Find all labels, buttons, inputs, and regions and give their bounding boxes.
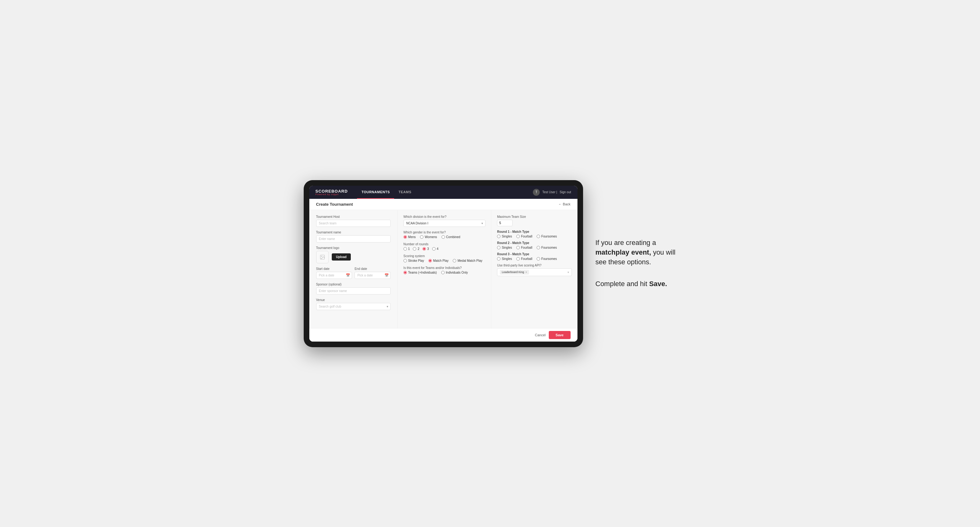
outer-wrapper: SCOREBOARD Powered by clippit TOURNAMENT… bbox=[272, 180, 708, 347]
venue-label: Venue bbox=[316, 298, 391, 302]
round2-foursomes[interactable]: Foursomes bbox=[537, 246, 557, 249]
scoring-match[interactable]: Match Play bbox=[428, 259, 449, 262]
event-individuals-radio[interactable] bbox=[441, 271, 445, 274]
tablet-frame: SCOREBOARD Powered by clippit TOURNAMENT… bbox=[304, 180, 583, 347]
scoring-medal-label: Medal Match Play bbox=[457, 259, 482, 262]
gender-combined-radio[interactable] bbox=[442, 235, 445, 239]
round3-fourball-radio[interactable] bbox=[516, 257, 520, 260]
nav-tab-teams[interactable]: TEAMS bbox=[394, 186, 416, 199]
round2-singles[interactable]: Singles bbox=[497, 246, 512, 249]
round2-radio-group: Singles Fourball Foursomes bbox=[497, 246, 571, 249]
sponsor-label: Sponsor (optional) bbox=[316, 283, 391, 286]
scoring-medal[interactable]: Medal Match Play bbox=[453, 259, 482, 262]
gender-mens-label: Mens bbox=[408, 235, 416, 239]
round3-foursomes-radio[interactable] bbox=[537, 257, 540, 260]
scoring-radio-group: Stroke Play Match Play Medal Match Play bbox=[404, 259, 485, 262]
save-button[interactable]: Save bbox=[549, 331, 571, 339]
round-3-label: 3 bbox=[427, 247, 429, 251]
sponsor-input[interactable] bbox=[316, 287, 391, 295]
scoring-medal-radio[interactable] bbox=[453, 259, 456, 262]
division-select[interactable]: NCAA Division I bbox=[404, 220, 485, 227]
scoring-stroke[interactable]: Stroke Play bbox=[404, 259, 424, 262]
round1-fourball-label: Fourball bbox=[521, 235, 532, 238]
round3-singles-radio[interactable] bbox=[497, 257, 500, 260]
scoring-match-label: Match Play bbox=[433, 259, 449, 262]
round2-foursomes-radio[interactable] bbox=[537, 246, 540, 249]
venue-input[interactable] bbox=[316, 303, 391, 310]
event-teams-radio[interactable] bbox=[404, 271, 407, 274]
round-2-radio[interactable] bbox=[413, 247, 416, 251]
logo-upload-area: Upload bbox=[316, 251, 391, 264]
nav-tab-tournaments[interactable]: TOURNAMENTS bbox=[357, 186, 394, 199]
round-3-radio[interactable] bbox=[423, 247, 426, 251]
venue-select-wrapper bbox=[316, 303, 391, 310]
navbar: SCOREBOARD Powered by clippit TOURNAMENT… bbox=[309, 186, 578, 199]
api-select-wrap[interactable]: Leaderboard King × ▾ bbox=[497, 268, 571, 276]
event-teams[interactable]: Teams (+Individuals) bbox=[404, 271, 437, 274]
round-4-label: 4 bbox=[437, 247, 439, 251]
form-col-mid: Which division is the event for? NCAA Di… bbox=[398, 210, 492, 328]
round3-fourball[interactable]: Fourball bbox=[516, 257, 532, 260]
round3-singles[interactable]: Singles bbox=[497, 257, 512, 260]
gender-mens[interactable]: Mens bbox=[404, 235, 416, 239]
max-team-size-input[interactable] bbox=[497, 220, 512, 226]
round3-foursomes[interactable]: Foursomes bbox=[537, 257, 557, 260]
sign-out-link[interactable]: Sign out bbox=[560, 190, 571, 194]
round-4[interactable]: 4 bbox=[432, 247, 439, 251]
gender-radio-group: Mens Womens Combined bbox=[404, 235, 485, 239]
scoring-stroke-radio[interactable] bbox=[404, 259, 407, 262]
division-label: Which division is the event for? bbox=[404, 215, 485, 219]
round3-match-type: Round 3 - Match Type Singles Fourball bbox=[497, 252, 571, 260]
round1-label: Round 1 - Match Type bbox=[497, 230, 571, 233]
calendar-icon: 📅 bbox=[346, 273, 350, 277]
tournament-name-input[interactable] bbox=[316, 235, 391, 243]
upload-button[interactable]: Upload bbox=[332, 253, 351, 260]
max-team-size-label: Maximum Team Size bbox=[497, 215, 571, 219]
round-4-radio[interactable] bbox=[432, 247, 436, 251]
gender-womens-radio[interactable] bbox=[420, 235, 423, 239]
cancel-button[interactable]: Cancel bbox=[535, 333, 546, 337]
round2-fourball[interactable]: Fourball bbox=[516, 246, 532, 249]
round1-foursomes[interactable]: Foursomes bbox=[537, 235, 557, 238]
round-3[interactable]: 3 bbox=[423, 247, 429, 251]
round2-match-type: Round 2 - Match Type Singles Fourball bbox=[497, 241, 571, 249]
gender-combined[interactable]: Combined bbox=[442, 235, 461, 239]
gender-womens[interactable]: Womens bbox=[420, 235, 437, 239]
event-teams-label: Teams (+Individuals) bbox=[408, 271, 437, 274]
round3-foursomes-label: Foursomes bbox=[541, 257, 557, 260]
end-date-field: End date 📅 bbox=[355, 267, 391, 279]
tournament-logo-label: Tournament logo bbox=[316, 246, 391, 250]
scoring-match-radio[interactable] bbox=[428, 259, 432, 262]
page-title: Create Tournament bbox=[316, 202, 353, 206]
tournament-host-group: Tournament Host bbox=[316, 215, 391, 227]
end-date-label: End date bbox=[355, 267, 391, 270]
form-col-right: Maximum Team Size Round 1 - Match Type S… bbox=[492, 210, 577, 328]
annotations: If you are creating a matchplay event, y… bbox=[595, 232, 677, 295]
round2-singles-radio[interactable] bbox=[497, 246, 500, 249]
round1-singles[interactable]: Singles bbox=[497, 235, 512, 238]
round2-fourball-radio[interactable] bbox=[516, 246, 520, 249]
round1-foursomes-label: Foursomes bbox=[541, 235, 557, 238]
division-group: Which division is the event for? NCAA Di… bbox=[404, 215, 485, 227]
round-1[interactable]: 1 bbox=[404, 247, 410, 251]
gender-mens-radio[interactable] bbox=[404, 235, 407, 239]
scoring-group: Scoring system Stroke Play Match Play bbox=[404, 254, 485, 262]
date-group: Start date 📅 End date bbox=[316, 267, 391, 279]
logo-area: SCOREBOARD Powered by clippit bbox=[315, 189, 348, 195]
event-individuals[interactable]: Individuals Only bbox=[441, 271, 468, 274]
round-2[interactable]: 2 bbox=[413, 247, 419, 251]
page-header: Create Tournament ← Back bbox=[309, 199, 578, 210]
round2-label: Round 2 - Match Type bbox=[497, 241, 571, 244]
back-button[interactable]: ← Back bbox=[558, 202, 571, 206]
round-1-radio[interactable] bbox=[404, 247, 407, 251]
tournament-logo-group: Tournament logo Upload bbox=[316, 246, 391, 264]
round1-singles-radio[interactable] bbox=[497, 235, 500, 238]
venue-group: Venue bbox=[316, 298, 391, 310]
round1-fourball-radio[interactable] bbox=[516, 235, 520, 238]
api-tag-remove[interactable]: × bbox=[525, 270, 527, 274]
division-select-wrapper: NCAA Division I bbox=[404, 220, 485, 227]
round1-foursomes-radio[interactable] bbox=[537, 235, 540, 238]
round1-fourball[interactable]: Fourball bbox=[516, 235, 532, 238]
api-dropdown-arrow: ▾ bbox=[568, 270, 569, 274]
tournament-host-input[interactable] bbox=[316, 220, 391, 227]
